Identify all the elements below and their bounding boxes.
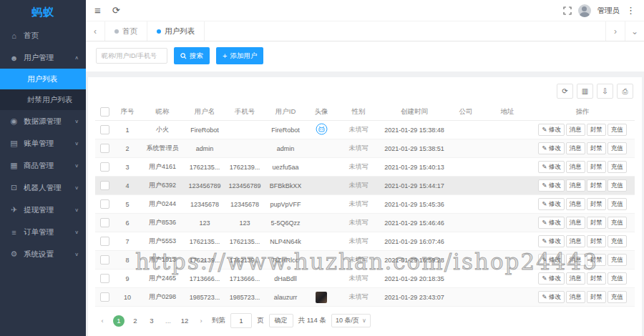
sidebar-item-7[interactable]: ≡订单管理∨ <box>0 221 86 243</box>
page-number[interactable]: 2 <box>130 315 141 327</box>
row-checkbox[interactable] <box>100 274 109 283</box>
next-page-icon[interactable]: › <box>195 315 207 327</box>
op-ban-button[interactable]: 封禁 <box>587 142 606 154</box>
row-checkbox[interactable] <box>100 255 109 265</box>
tabs-scroll-right-icon[interactable]: › <box>605 21 625 41</box>
op-edit-button[interactable]: ✎ 修改 <box>538 217 564 229</box>
op-ban-button[interactable]: 封禁 <box>587 272 606 285</box>
datasource-icon: ◉ <box>9 117 19 126</box>
op-edit-button[interactable]: ✎ 修改 <box>538 291 564 303</box>
export-icon[interactable]: ⇩ <box>597 84 613 99</box>
cell-avatar <box>307 177 336 195</box>
sidebar-item-0[interactable]: ⌂首页 <box>0 24 86 46</box>
op-recharge-button[interactable]: 充值 <box>608 124 627 136</box>
sidebar-item-5[interactable]: ⊡机器人管理∨ <box>0 177 86 199</box>
op-edit-button[interactable]: ✎ 修改 <box>538 124 564 136</box>
sidebar-item-2[interactable]: ◉数据源管理∨ <box>0 110 86 132</box>
row-checkbox[interactable] <box>100 237 109 246</box>
op-ban-button[interactable]: 封禁 <box>587 291 606 303</box>
page-number[interactable]: 12 <box>179 315 190 327</box>
op-edit-button[interactable]: ✎ 修改 <box>538 272 564 285</box>
row-checkbox[interactable] <box>100 125 109 134</box>
sidebar-subitem[interactable]: 用户列表 <box>0 69 86 89</box>
op-message-button[interactable]: 消息 <box>566 142 585 154</box>
op-edit-button[interactable]: ✎ 修改 <box>538 235 564 247</box>
prev-page-icon[interactable]: ‹ <box>97 315 108 327</box>
sidebar-item-6[interactable]: ✈提现管理∨ <box>0 199 86 221</box>
refresh-icon[interactable]: ⟳ <box>557 84 573 99</box>
op-message-button[interactable]: 消息 <box>566 179 585 192</box>
op-recharge-button[interactable]: 充值 <box>608 291 627 303</box>
menu-toggle-icon[interactable]: ≡ <box>94 5 101 16</box>
op-message-button[interactable]: 消息 <box>566 161 585 173</box>
op-ban-button[interactable]: 封禁 <box>587 217 606 229</box>
op-edit-button[interactable]: ✎ 修改 <box>538 198 564 210</box>
sidebar-item-3[interactable]: ▤账单管理∨ <box>0 132 86 154</box>
table-row: 2系统管理员adminadmin未填写2021-01-29 15:38:51✎ … <box>95 139 635 158</box>
op-edit-button[interactable]: ✎ 修改 <box>538 179 564 192</box>
op-ban-button[interactable]: 封禁 <box>587 161 606 173</box>
row-checkbox[interactable] <box>100 181 109 190</box>
op-message-button[interactable]: 消息 <box>566 124 585 136</box>
page-number[interactable]: 3 <box>146 315 157 327</box>
row-checkbox[interactable] <box>100 218 109 227</box>
cell-avatar <box>307 288 336 307</box>
op-recharge-button[interactable]: 充值 <box>608 142 627 154</box>
op-recharge-button[interactable]: 充值 <box>608 179 627 192</box>
op-ban-button[interactable]: 封禁 <box>587 198 606 210</box>
op-recharge-button[interactable]: 充值 <box>608 217 627 229</box>
page-number[interactable]: 1 <box>113 315 125 327</box>
sidebar-item-4[interactable]: ▦商品管理∨ <box>0 154 86 177</box>
admin-avatar[interactable] <box>578 4 591 17</box>
op-message-button[interactable]: 消息 <box>566 254 585 266</box>
per-page-select[interactable]: 10 条/页∨ <box>331 314 371 327</box>
op-recharge-button[interactable]: 充值 <box>608 272 627 285</box>
op-recharge-button[interactable]: 充值 <box>608 235 627 247</box>
tabs-menu-icon[interactable]: ⌄ <box>625 21 644 41</box>
op-ban-button[interactable]: 封禁 <box>587 124 606 136</box>
tab-0[interactable]: 首页 <box>105 21 147 41</box>
row-checkbox[interactable] <box>100 292 109 302</box>
op-message-button[interactable]: 消息 <box>566 235 585 247</box>
op-message-button[interactable]: 消息 <box>566 198 585 210</box>
print-icon[interactable]: ⎙ <box>617 84 633 99</box>
op-recharge-button[interactable]: 充值 <box>608 198 627 210</box>
tab-1[interactable]: 用户列表 <box>147 21 205 41</box>
op-ban-button[interactable]: 封禁 <box>587 254 606 266</box>
kebab-menu-icon[interactable]: ⋮ <box>626 6 635 15</box>
op-message-button[interactable]: 消息 <box>566 217 585 229</box>
cell-uid: RZHRlcc <box>264 251 307 270</box>
sidebar-item-8[interactable]: ⚙系统设置∨ <box>0 243 86 265</box>
admin-name[interactable]: 管理员 <box>597 6 620 16</box>
op-message-button[interactable]: 消息 <box>566 272 585 285</box>
row-checkbox[interactable] <box>100 199 109 209</box>
op-ban-button[interactable]: 封禁 <box>587 235 606 247</box>
select-all-checkbox[interactable] <box>100 107 109 117</box>
op-message-button[interactable]: 消息 <box>566 291 585 303</box>
row-checkbox[interactable] <box>100 162 109 172</box>
op-recharge-button[interactable]: 充值 <box>608 161 627 173</box>
op-edit-button[interactable]: ✎ 修改 <box>538 142 564 154</box>
op-recharge-button[interactable]: 充值 <box>608 254 627 266</box>
filter-icon[interactable]: ▥ <box>577 84 593 99</box>
fullscreen-icon[interactable] <box>563 6 572 15</box>
op-edit-button[interactable]: ✎ 修改 <box>538 161 564 173</box>
tabs-scroll-left-icon[interactable]: ‹ <box>86 21 105 41</box>
pagination: ‹123...12›到第页确定共 114 条10 条/页∨ <box>95 307 635 336</box>
sidebar-subitem[interactable]: 封禁用户列表 <box>0 89 86 110</box>
op-ban-button[interactable]: 封禁 <box>587 179 606 192</box>
search-input[interactable] <box>96 48 167 64</box>
op-edit-button[interactable]: ✎ 修改 <box>538 254 564 266</box>
refresh-icon[interactable]: ⟳ <box>112 6 120 15</box>
search-button[interactable]: 搜索 <box>174 47 210 64</box>
cell-no: 3 <box>114 158 141 177</box>
add-user-button[interactable]: + 添加用户 <box>216 47 263 64</box>
cell-phone: 123 <box>225 214 264 232</box>
sidebar-item-1[interactable]: ☻用户管理∧ <box>0 46 86 69</box>
row-checkbox[interactable] <box>100 144 109 153</box>
cell-created: 2021-01-29 15:40:13 <box>381 158 447 177</box>
jump-confirm-button[interactable]: 确定 <box>269 314 293 327</box>
jump-page-input[interactable] <box>230 313 252 328</box>
cell-gender: 未填写 <box>336 251 381 270</box>
cell-created: 2021-01-29 15:46:46 <box>381 214 447 232</box>
